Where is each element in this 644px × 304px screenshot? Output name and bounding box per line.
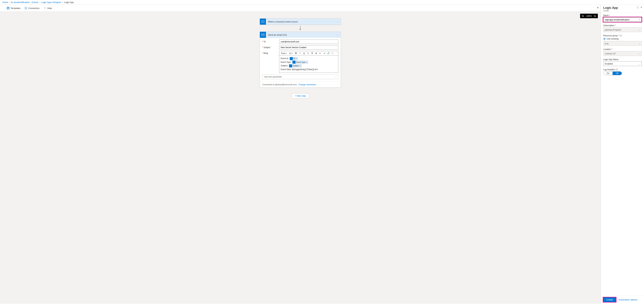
panel-subtitle: Create xyxy=(603,10,642,12)
add-parameter-select[interactable]: Add new parameter ⌄ xyxy=(262,74,338,79)
check-icon: ✓ xyxy=(639,18,640,21)
chevron-down-icon: ⌄ xyxy=(639,29,640,31)
svg-rect-2 xyxy=(8,7,9,8)
svg-rect-16 xyxy=(290,58,292,59)
close-icon[interactable]: ✕ xyxy=(640,6,642,8)
breadcrumb-designer[interactable]: Logic Apps Designer xyxy=(41,1,61,3)
templates-icon xyxy=(7,7,10,9)
breadcrumb-current: Logic App xyxy=(64,1,74,3)
email-card-header[interactable]: Send an email (V2) ··· xyxy=(260,32,341,38)
chevron-right-icon: › xyxy=(9,1,10,3)
info-icon[interactable]: i xyxy=(620,35,622,37)
name-field[interactable] xyxy=(603,17,642,22)
more-icon[interactable]: ··· xyxy=(334,34,341,36)
edit-icon[interactable]: ✎ xyxy=(306,51,310,55)
underline-icon[interactable]: U xyxy=(302,51,306,55)
connectors-label: Connectors xyxy=(28,7,40,9)
remove-token-icon[interactable]: × xyxy=(295,57,297,60)
name-label: Name xyxy=(603,14,609,16)
zoom-in-icon[interactable] xyxy=(582,15,584,17)
designer-canvas: 100% When a resource event occurs ··· xyxy=(0,12,600,304)
remove-token-icon[interactable]: × xyxy=(299,64,300,67)
chevron-down-icon: ⌄ xyxy=(639,53,640,54)
to-field[interactable] xyxy=(279,39,338,44)
remove-token-icon[interactable]: × xyxy=(305,61,307,64)
email-action-card: Send an email (V2) ··· To Subject Body xyxy=(260,31,341,88)
svg-point-13 xyxy=(262,21,264,22)
body-label: Body xyxy=(262,51,279,54)
status-select[interactable]: Enabled⌄ xyxy=(603,61,642,66)
svg-rect-18 xyxy=(290,65,292,67)
svg-rect-1 xyxy=(7,7,8,8)
indent-icon[interactable]: ⇥ xyxy=(322,51,326,55)
change-connection-link[interactable]: Change connection. xyxy=(298,83,316,86)
log-analytics-toggle[interactable]: On Off xyxy=(603,71,622,75)
status-label: Logic App Status xyxy=(603,58,618,61)
svg-rect-15 xyxy=(262,34,264,36)
subscription-label: Subscription xyxy=(603,24,614,27)
flow-arrow-icon xyxy=(299,26,302,30)
chevron-right-icon: › xyxy=(40,1,40,3)
designer-area: ✕ Templates Connectors ? Help xyxy=(0,5,601,304)
breadcrumb-home[interactable]: Home xyxy=(2,1,8,3)
connection-footer: Connected to jalichwa@microsoft.com. Cha… xyxy=(260,82,341,87)
templates-button[interactable]: Templates xyxy=(7,7,20,9)
token-event-type[interactable]: Event Type× xyxy=(292,61,308,64)
zoom-out-icon[interactable] xyxy=(594,15,596,17)
subject-label: Subject xyxy=(262,45,279,49)
toggle-off: Off xyxy=(612,72,622,75)
font-select[interactable]: Font▾ xyxy=(280,52,288,55)
outdent-icon[interactable]: ⇤ xyxy=(318,51,322,55)
subscription-select[interactable]: jalichwa Projects⌄ xyxy=(603,27,642,32)
restore-icon[interactable]: ▢ xyxy=(637,6,639,8)
bullets-icon[interactable]: ☰ xyxy=(310,51,314,55)
to-label: To xyxy=(262,39,279,43)
panel-title: Logic App xyxy=(603,6,642,10)
close-icon[interactable]: ✕ xyxy=(597,6,599,9)
help-icon: ? xyxy=(44,7,46,9)
trigger-card[interactable]: When a resource event occurs ··· xyxy=(260,18,341,25)
eventgrid-icon xyxy=(260,18,266,25)
new-step-button[interactable]: + New step xyxy=(292,93,309,98)
link-icon[interactable]: 🔗 xyxy=(327,51,330,55)
breadcrumb-kv-events[interactable]: kv-emailnotification - Events xyxy=(11,1,38,3)
help-button[interactable]: ? Help xyxy=(44,7,52,9)
subject-field[interactable] xyxy=(279,45,338,50)
zoom-bar: 100% xyxy=(580,14,598,18)
svg-line-10 xyxy=(596,16,596,17)
outlook-icon xyxy=(260,32,266,38)
fontsize-select[interactable]: 12▾ xyxy=(288,52,294,55)
resource-group-select[interactable]: jl-rg⌄ xyxy=(603,41,642,46)
create-panel: ▢ ✕ Logic App Create Name* ✓ Subscriptio… xyxy=(601,5,644,304)
info-icon[interactable]: i xyxy=(616,69,618,71)
radio-checked-icon xyxy=(603,38,606,40)
create-button[interactable]: Create xyxy=(603,298,616,302)
connectors-icon xyxy=(24,7,27,9)
breadcrumb: Home › kv-emailnotification - Events › L… xyxy=(0,0,644,5)
location-label: Location xyxy=(603,48,611,50)
email-card-title: Send an email (V2) xyxy=(266,34,334,36)
help-label: Help xyxy=(47,7,52,9)
bold-icon[interactable]: B xyxy=(294,51,298,55)
connectors-button[interactable]: Connectors xyxy=(24,7,40,9)
richtext-toolbar: Font▾ 12▾ B I U ✎ ☰ ≣ ⇤ ⇥ 🔗 xyxy=(279,51,338,55)
body-editor[interactable]: Event Id: ID× Event Type: Event Type× Su… xyxy=(279,55,338,73)
svg-rect-12 xyxy=(262,20,264,23)
trigger-title: When a resource event occurs xyxy=(266,20,334,23)
italic-icon[interactable]: I xyxy=(298,51,302,55)
log-analytics-label: Log Analytics xyxy=(603,68,615,71)
automation-options-link[interactable]: Automation options xyxy=(619,299,638,301)
chevron-down-icon: ⌄ xyxy=(335,76,336,78)
chevron-down-icon: ⌄ xyxy=(639,42,640,44)
location-select[interactable]: Central US⌄ xyxy=(603,51,642,56)
svg-rect-17 xyxy=(293,61,295,63)
use-existing-radio[interactable]: Use existing xyxy=(603,37,642,40)
token-subject[interactable]: Subject× xyxy=(289,64,302,67)
designer-toolbar: Templates Connectors ? Help xyxy=(0,5,600,12)
chevron-down-icon: ⌄ xyxy=(639,63,640,65)
svg-rect-3 xyxy=(7,8,9,9)
numbered-list-icon[interactable]: ≣ xyxy=(314,51,318,55)
more-icon[interactable]: ··· xyxy=(334,20,341,23)
token-id[interactable]: ID× xyxy=(290,57,298,60)
image-icon[interactable]: ⊞ xyxy=(331,51,334,55)
